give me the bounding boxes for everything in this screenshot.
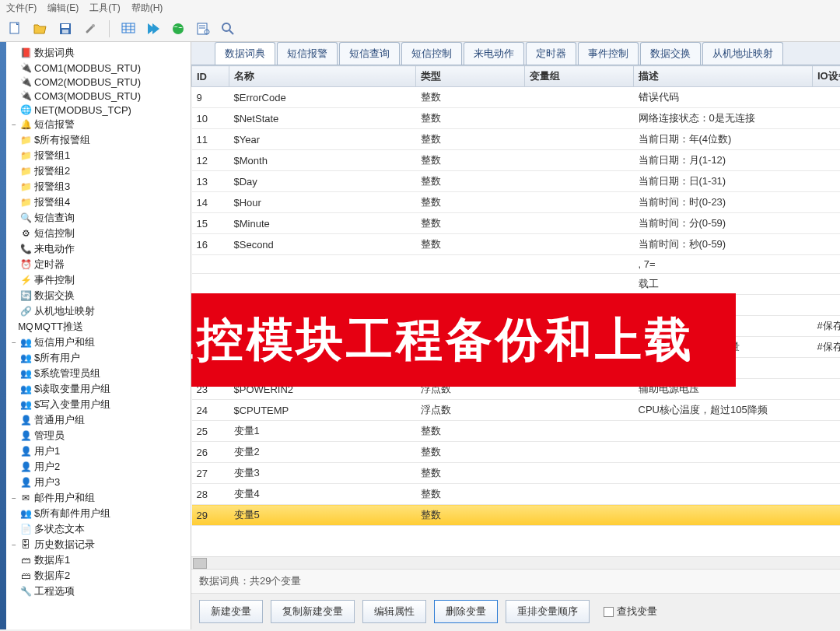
tree-node[interactable]: 🔍短信查询 bbox=[8, 210, 189, 226]
checkbox-icon[interactable] bbox=[604, 607, 614, 617]
col-name[interactable]: 名称 bbox=[229, 66, 416, 87]
tree-node[interactable]: 📁$所有报警组 bbox=[8, 132, 189, 148]
reorder-button[interactable]: 重排变量顺序 bbox=[506, 600, 590, 623]
open-folder-icon[interactable] bbox=[31, 19, 50, 38]
data-grid[interactable]: ID 名称 类型 变量组 描述 IO设备地址 9$ErrorCode整数错误代码… bbox=[191, 65, 840, 556]
table-row[interactable]: 29变量5整数 bbox=[192, 505, 841, 526]
table-row[interactable]: 11$Year整数当前日期：年(4位数) bbox=[192, 129, 841, 150]
cell-type: 整数 bbox=[416, 463, 525, 484]
tree-node[interactable]: ⚡事件控制 bbox=[8, 272, 189, 288]
tree-node[interactable]: 🔧工程选项 bbox=[8, 584, 189, 599]
tab-2[interactable]: 短信查询 bbox=[339, 42, 400, 65]
tab-5[interactable]: 定时器 bbox=[526, 42, 576, 65]
find-var-checkbox[interactable]: 查找变量 bbox=[604, 605, 657, 619]
tree-node[interactable]: 👤普通用户组 bbox=[8, 412, 189, 428]
new-file-icon[interactable] bbox=[6, 19, 25, 38]
project-tree[interactable]: 📕数据词典🔌COM1(MODBUS_RTU)🔌COM2(MODBUS_RTU)🔌… bbox=[6, 42, 191, 629]
tree-node[interactable]: −✉邮件用户和组 bbox=[8, 490, 189, 506]
globe-icon[interactable] bbox=[169, 19, 187, 38]
tab-4[interactable]: 来电动作 bbox=[464, 42, 524, 65]
tab-3[interactable]: 短信控制 bbox=[401, 42, 462, 65]
table-row[interactable]: 24$CPUTEMP浮点数CPU核心温度，超过105降频 bbox=[192, 400, 841, 421]
cell-desc bbox=[634, 463, 813, 484]
table-row[interactable]: 13$Day整数当前日期：日(1-31) bbox=[192, 171, 841, 192]
left-dock-strip[interactable] bbox=[0, 42, 6, 629]
tree-node[interactable]: 📞来电动作 bbox=[8, 241, 189, 257]
edit-prop-button[interactable]: 编辑属性 bbox=[362, 600, 426, 623]
menu-help[interactable]: 帮助(H) bbox=[131, 2, 163, 15]
tab-1[interactable]: 短信报警 bbox=[277, 42, 338, 65]
expand-icon[interactable]: − bbox=[9, 120, 19, 129]
tab-6[interactable]: 事件控制 bbox=[578, 42, 639, 65]
tab-8[interactable]: 从机地址映射 bbox=[702, 42, 783, 65]
save-icon[interactable] bbox=[56, 19, 75, 38]
tree-node[interactable]: 🔌COM3(MODBUS_RTU) bbox=[8, 89, 189, 103]
cell-id: 27 bbox=[192, 463, 229, 484]
tree-node[interactable]: 📁报警组1 bbox=[8, 148, 189, 163]
tree-node[interactable]: 🗃数据库1 bbox=[8, 552, 189, 568]
cell-type: 整数 bbox=[416, 171, 525, 192]
menu-edit[interactable]: 编辑(E) bbox=[47, 2, 79, 15]
menu-tool[interactable]: 工具(T) bbox=[89, 2, 120, 15]
table-row[interactable]: 10$NetState整数网络连接状态：0是无连接 bbox=[192, 108, 841, 129]
table-row[interactable]: 25变量1整数 bbox=[192, 421, 841, 442]
tree-node[interactable]: 🗃数据库2 bbox=[8, 568, 189, 584]
table-row[interactable]: 12$Month整数当前日期：月(1-12) bbox=[192, 150, 841, 171]
play-icon[interactable] bbox=[144, 19, 163, 38]
tree-node[interactable]: 🌐NET(MODBUS_TCP) bbox=[8, 103, 189, 117]
table-row[interactable]: 9$ErrorCode整数错误代码 bbox=[192, 87, 841, 108]
menu-file[interactable]: 文件(F) bbox=[6, 2, 37, 15]
table-row[interactable]: 载工 bbox=[192, 274, 841, 295]
node-label: 历史数据记录 bbox=[34, 538, 95, 552]
tree-node[interactable]: 📄多状态文本 bbox=[8, 521, 189, 537]
table-row[interactable]: 26变量2整数 bbox=[192, 442, 841, 463]
tab-0[interactable]: 数据词典 bbox=[215, 42, 275, 65]
tree-node[interactable]: 👥$所有用户 bbox=[8, 350, 189, 366]
tree-node[interactable]: 🔌COM2(MODBUS_RTU) bbox=[8, 75, 189, 89]
tree-node[interactable]: 👥$读取变量用户组 bbox=[8, 381, 189, 397]
tab-7[interactable]: 数据交换 bbox=[640, 42, 701, 65]
table-row[interactable]: , 7= bbox=[192, 255, 841, 274]
settings-icon[interactable] bbox=[81, 19, 100, 38]
tree-node[interactable]: 📁报警组3 bbox=[8, 179, 189, 195]
col-type[interactable]: 类型 bbox=[416, 66, 525, 87]
col-desc[interactable]: 描述 bbox=[634, 66, 813, 87]
tree-node[interactable]: 🔌COM1(MODBUS_RTU) bbox=[8, 61, 189, 75]
search-icon[interactable] bbox=[219, 19, 237, 38]
col-group[interactable]: 变量组 bbox=[525, 66, 634, 87]
tree-node[interactable]: 👤管理员 bbox=[8, 428, 189, 443]
new-var-button[interactable]: 新建变量 bbox=[199, 600, 263, 623]
report-icon[interactable] bbox=[194, 19, 212, 38]
tree-node[interactable]: ⏰定时器 bbox=[8, 257, 189, 272]
table-row[interactable]: 28变量4整数 bbox=[192, 484, 841, 505]
expand-icon[interactable]: − bbox=[9, 338, 19, 347]
table-row[interactable]: 16$Second整数当前时间：秒(0-59) bbox=[192, 234, 841, 255]
col-id[interactable]: ID bbox=[192, 66, 229, 87]
grid-icon[interactable] bbox=[119, 19, 138, 38]
tree-node[interactable]: ⚙短信控制 bbox=[8, 226, 189, 241]
delete-var-button[interactable]: 删除变量 bbox=[434, 600, 498, 623]
tree-node[interactable]: 🔄数据交换 bbox=[8, 288, 189, 303]
tree-node[interactable]: 📁报警组2 bbox=[8, 163, 189, 179]
horizontal-scrollbar[interactable] bbox=[191, 556, 840, 569]
expand-icon[interactable]: − bbox=[9, 493, 19, 503]
table-row[interactable]: 27变量3整数 bbox=[192, 463, 841, 484]
tree-node[interactable]: 👥$写入变量用户组 bbox=[8, 397, 189, 412]
tree-node[interactable]: 👤用户3 bbox=[8, 475, 189, 490]
col-io[interactable]: IO设备地址 bbox=[813, 66, 841, 87]
tree-node[interactable]: MQMQTT推送 bbox=[8, 319, 189, 335]
tree-node[interactable]: 📕数据词典 bbox=[8, 45, 189, 61]
table-row[interactable]: 14$Hour整数当前时间：时(0-23) bbox=[192, 192, 841, 213]
tree-node[interactable]: 👤用户2 bbox=[8, 459, 189, 475]
tree-node[interactable]: 👥$系统管理员组 bbox=[8, 366, 189, 381]
tree-node[interactable]: −👥短信用户和组 bbox=[8, 335, 189, 350]
tree-node[interactable]: 📁报警组4 bbox=[8, 195, 189, 210]
tree-node[interactable]: 👥$所有邮件用户组 bbox=[8, 506, 189, 521]
tree-node[interactable]: 🔗从机地址映射 bbox=[8, 303, 189, 319]
tree-node[interactable]: 👤用户1 bbox=[8, 443, 189, 459]
table-row[interactable]: 15$Minute整数当前时间：分(0-59) bbox=[192, 213, 841, 234]
tree-node[interactable]: −🔔短信报警 bbox=[8, 117, 189, 132]
expand-icon[interactable]: − bbox=[9, 540, 19, 549]
tree-node[interactable]: −🗄历史数据记录 bbox=[8, 537, 189, 552]
copy-var-button[interactable]: 复制新建变量 bbox=[271, 600, 355, 623]
